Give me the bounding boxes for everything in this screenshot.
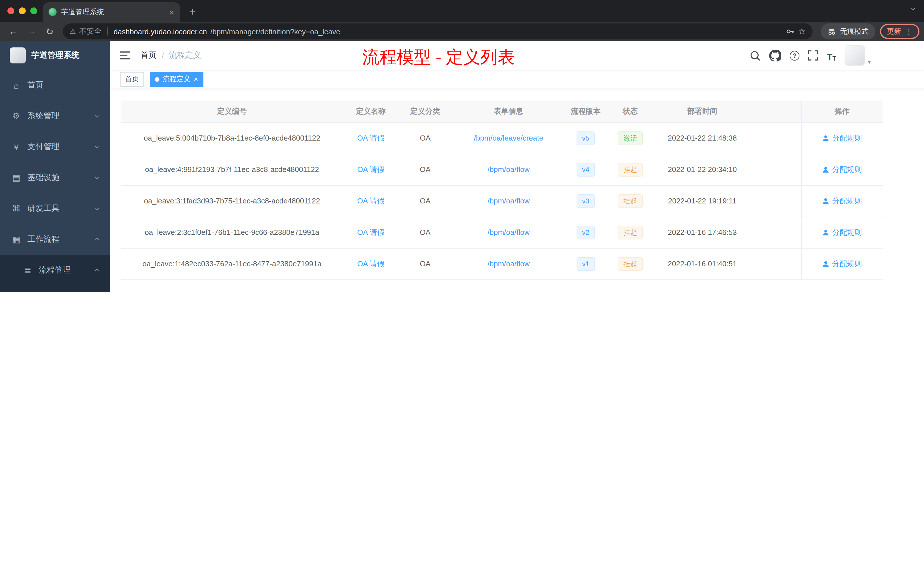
cell-form-info[interactable]: /bpm/oa/flow <box>452 185 565 216</box>
reload-button[interactable]: ↻ <box>41 23 58 40</box>
assign-rule-link[interactable]: 分配规则 <box>823 133 862 143</box>
cell-definition-name[interactable]: OA 请假 <box>343 248 398 279</box>
cell-actions[interactable]: 分配规则 <box>801 248 883 279</box>
navbar-actions: ? TT ▾ <box>750 45 915 66</box>
sidebar-item-infrastructure[interactable]: ▤ 基础设施 <box>0 162 110 193</box>
tag-label: 流程定义 <box>163 74 190 84</box>
chevron-down-icon <box>95 144 100 148</box>
hamburger-icon[interactable] <box>119 50 131 61</box>
workflow-icon: ▦ <box>12 234 21 244</box>
browser-menu-icon[interactable]: ⋮ <box>905 27 912 36</box>
sidebar-menu: ⌂ 首页 ⚙ 系统管理 ¥ 支付管理 ▤ 基础设施 <box>0 70 110 292</box>
definition-table: 定义编号 定义名称 定义分类 表单信息 流程版本 状态 部署时间 操作 <box>120 101 883 280</box>
github-icon[interactable] <box>769 49 781 62</box>
tab-close-icon[interactable]: × <box>169 8 174 16</box>
url-domain: dashboard.yudao.iocoder.cn <box>114 27 207 36</box>
tag-close-icon[interactable]: × <box>194 76 198 83</box>
cell-definition-id: oa_leave:4:991f2193-7b7f-11ec-a3c8-acde4… <box>120 154 343 185</box>
assign-rule-link[interactable]: 分配规则 <box>823 164 862 175</box>
fullscreen-icon[interactable] <box>808 49 818 62</box>
cell-filler <box>750 248 801 279</box>
cell-definition-name[interactable]: OA 请假 <box>343 185 398 216</box>
sidebar-item-label: 首页 <box>27 80 43 90</box>
sidebar-item-system[interactable]: ⚙ 系统管理 <box>0 101 110 132</box>
infrastructure-icon: ▤ <box>12 173 21 183</box>
version-badge: v3 <box>576 194 595 208</box>
tab-search-icon[interactable] <box>911 4 915 14</box>
user-avatar-menu[interactable]: ▾ <box>845 45 871 66</box>
header-definition-id: 定义编号 <box>120 101 343 122</box>
update-label: 更新 <box>887 26 901 36</box>
cell-actions[interactable]: 分配规则 <box>801 154 883 185</box>
cell-deploy-time: 2022-01-22 19:19:11 <box>654 185 750 216</box>
cell-category: OA <box>398 248 452 279</box>
window-close-button[interactable] <box>7 7 14 14</box>
assign-rule-link[interactable]: 分配规则 <box>823 196 862 206</box>
forward-button[interactable]: → <box>23 23 40 40</box>
window-controls <box>7 7 37 14</box>
browser-tab[interactable]: 芋道管理系统 × <box>43 2 180 22</box>
caret-down-icon: ▾ <box>868 58 871 66</box>
table-row: oa_leave:1:482ec033-762a-11ec-8477-a2380… <box>120 248 883 279</box>
tab-process-definition[interactable]: 流程定义 × <box>150 72 203 87</box>
sidebar-item-label: 系统管理 <box>27 111 59 121</box>
bookmark-star-icon[interactable]: ☆ <box>798 26 806 36</box>
browser-update-button[interactable]: 更新 ⋮ <box>880 24 919 39</box>
window-minimize-button[interactable] <box>19 7 26 14</box>
sidebar-item-payment[interactable]: ¥ 支付管理 <box>0 132 110 162</box>
cell-form-info[interactable]: /bpm/oa/flow <box>452 154 565 185</box>
font-size-icon[interactable]: TT <box>827 49 836 62</box>
version-badge: v1 <box>576 257 595 271</box>
tab-home[interactable]: 首页 <box>120 72 144 87</box>
cell-definition-name[interactable]: OA 请假 <box>343 154 398 185</box>
sidebar-item-label: 研发工具 <box>27 203 59 214</box>
version-badge: v4 <box>576 163 595 176</box>
sidebar-item-process-management[interactable]: ≣ 流程管理 <box>0 255 110 286</box>
incognito-badge: 无痕模式 <box>820 23 875 40</box>
sidebar-item-label: 支付管理 <box>27 142 59 152</box>
tab-favicon-icon <box>49 8 56 16</box>
sidebar-item-home[interactable]: ⌂ 首页 <box>0 70 110 101</box>
status-badge: 挂起 <box>618 163 643 176</box>
chevron-down-icon <box>95 113 100 118</box>
incognito-icon <box>827 27 836 36</box>
sidebar-item-workflow[interactable]: ▦ 工作流程 <box>0 224 110 255</box>
back-button[interactable]: ← <box>5 23 22 40</box>
new-tab-button[interactable]: + <box>185 4 201 20</box>
cell-actions[interactable]: 分配规则 <box>801 122 883 154</box>
list-icon: ≣ <box>23 265 33 276</box>
breadcrumb-current: 流程定义 <box>169 50 201 61</box>
address-bar[interactable]: ⚠ 不安全 dashboard.yudao.iocoder.cn /bpm/ma… <box>63 23 813 40</box>
user-icon <box>823 135 830 142</box>
cell-form-info[interactable]: /bpm/oa/flow <box>452 248 565 279</box>
sidebar-item-label: 流程管理 <box>39 265 71 276</box>
status-badge: 挂起 <box>618 257 643 271</box>
help-icon[interactable]: ? <box>790 49 799 62</box>
cell-actions[interactable]: 分配规则 <box>801 216 883 248</box>
cell-form-info[interactable]: /bpm/oa/leave/create <box>452 122 565 154</box>
tab-title: 芋道管理系统 <box>61 7 165 17</box>
search-icon[interactable] <box>750 49 761 62</box>
top-navbar: 首页 / 流程定义 流程模型 - 定义列表 ? <box>110 41 924 70</box>
cell-definition-name[interactable]: OA 请假 <box>343 122 398 154</box>
cell-category: OA <box>398 216 452 248</box>
assign-rule-link[interactable]: 分配规则 <box>823 259 862 269</box>
user-icon <box>823 260 830 267</box>
window-zoom-button[interactable] <box>30 7 37 14</box>
header-version: 流程版本 <box>565 101 606 122</box>
workflow-submenu: ≣ 流程管理 ▥ 流程表单 用户分组 ➤ 流程模型 <box>0 255 110 292</box>
cell-form-info[interactable]: /bpm/oa/flow <box>452 216 565 248</box>
cell-filler <box>750 122 801 154</box>
assign-rule-link[interactable]: 分配规则 <box>823 227 862 238</box>
sidebar-item-dev-tools[interactable]: ⌘ 研发工具 <box>0 193 110 224</box>
password-key-icon[interactable] <box>785 27 795 36</box>
security-label[interactable]: 不安全 <box>79 26 102 36</box>
cell-actions[interactable]: 分配规则 <box>801 185 883 216</box>
table-row: oa_leave:4:991f2193-7b7f-11ec-a3c8-acde4… <box>120 154 883 185</box>
cell-definition-name[interactable]: OA 请假 <box>343 216 398 248</box>
cell-filler <box>750 216 801 248</box>
header-filler <box>750 101 801 122</box>
sidebar-item-process-form[interactable]: ▥ 流程表单 <box>0 286 110 292</box>
table-header-row: 定义编号 定义名称 定义分类 表单信息 流程版本 状态 部署时间 操作 <box>120 101 883 122</box>
breadcrumb-home[interactable]: 首页 <box>140 50 157 61</box>
